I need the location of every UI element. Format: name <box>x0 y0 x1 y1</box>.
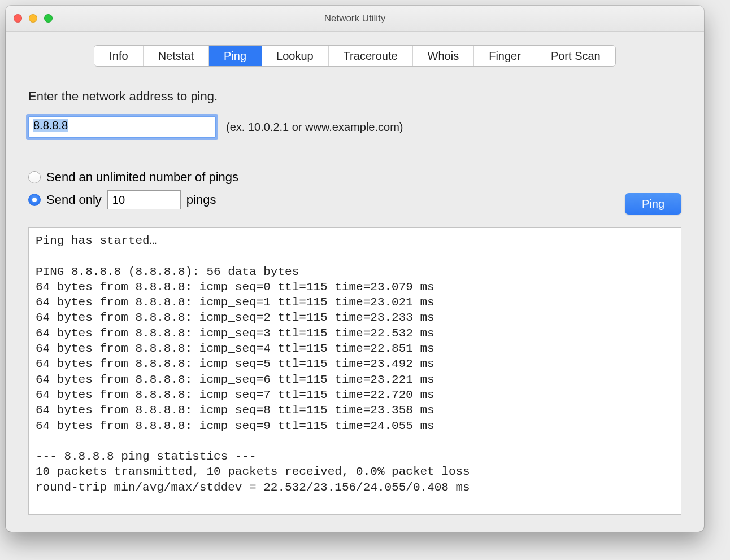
tab-netstat[interactable]: Netstat <box>144 46 209 66</box>
output-log[interactable]: Ping has started… PING 8.8.8.8 (8.8.8.8)… <box>28 227 681 515</box>
address-hint: (ex. 10.0.2.1 or www.example.com) <box>226 121 403 134</box>
window-title: Network Utility <box>324 13 386 24</box>
maximize-icon[interactable] <box>44 14 53 23</box>
tab-whois[interactable]: Whois <box>413 46 475 66</box>
tabbar: InfoNetstatPingLookupTracerouteWhoisFing… <box>94 45 615 67</box>
titlebar: Network Utility <box>6 6 704 32</box>
close-icon[interactable] <box>14 14 22 23</box>
address-input-value: 8.8.8.8 <box>33 119 68 132</box>
radio-unlimited[interactable] <box>28 171 41 183</box>
address-prompt: Enter the network address to ping. <box>28 89 681 104</box>
window: Network Utility InfoNetstatPingLookupTra… <box>6 6 704 532</box>
tab-lookup[interactable]: Lookup <box>262 46 329 66</box>
address-input[interactable]: 8.8.8.8 <box>28 116 216 138</box>
ping-button[interactable]: Ping <box>625 193 681 215</box>
tab-info[interactable]: Info <box>94 46 143 66</box>
content-area: Enter the network address to ping. 8.8.8… <box>6 67 704 532</box>
tab-traceroute[interactable]: Traceroute <box>329 46 413 66</box>
traffic-lights <box>14 6 53 31</box>
tab-ping[interactable]: Ping <box>209 46 262 66</box>
tab-finger[interactable]: Finger <box>474 46 536 66</box>
radio-unlimited-label: Send an unlimited number of pings <box>46 170 238 185</box>
tab-port-scan[interactable]: Port Scan <box>536 46 615 66</box>
minimize-icon[interactable] <box>29 14 37 23</box>
